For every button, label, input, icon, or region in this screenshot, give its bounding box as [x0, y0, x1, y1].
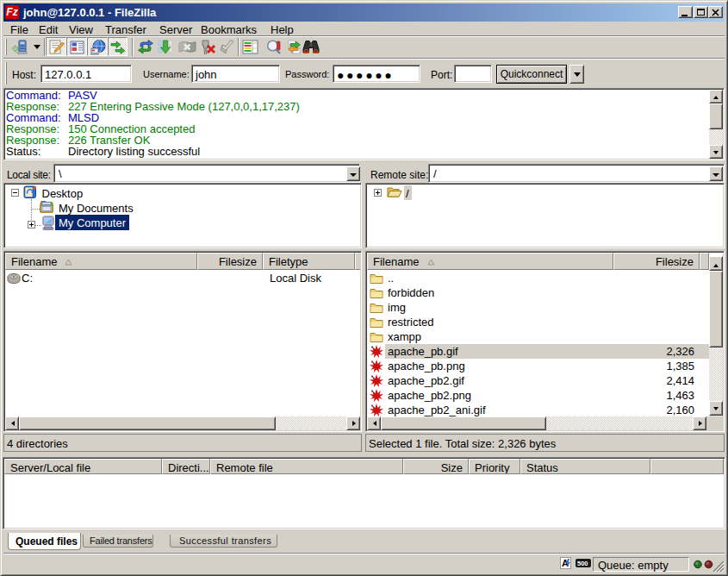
svg-text:500: 500 — [577, 560, 588, 567]
